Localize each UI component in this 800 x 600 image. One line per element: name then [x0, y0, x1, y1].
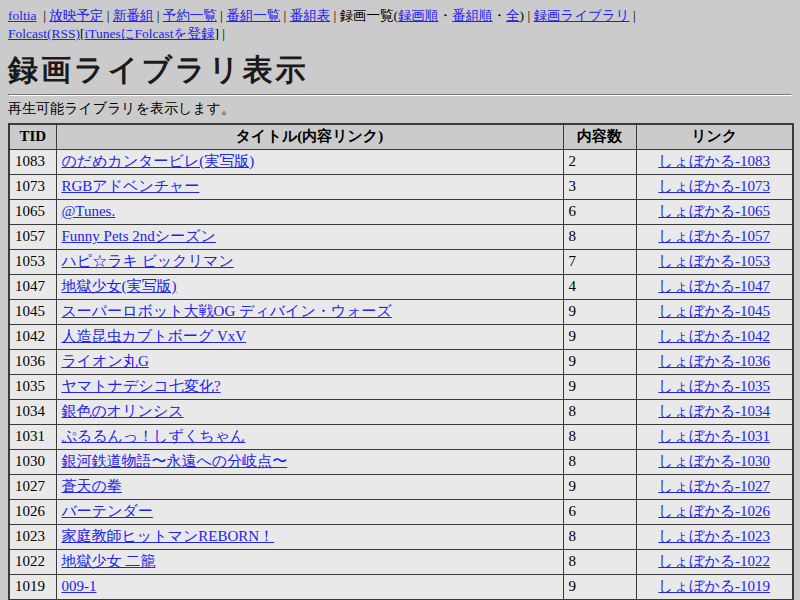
title-cell: ライオン丸G	[56, 349, 563, 374]
shobokaru-link[interactable]: しょぼかる-1035	[658, 378, 770, 394]
nav-link[interactable]: 録画ライブラリ	[534, 8, 630, 23]
nav-line-1: foltia | 放映予定 | 新番組 | 予約一覧 | 番組一覧 | 番組表 …	[8, 7, 792, 25]
table-row: 1027蒼天の拳9しょぼかる-1027	[9, 474, 793, 499]
nav-link[interactable]: Folcast(RSS)	[8, 26, 80, 41]
nav-separator: |	[37, 8, 50, 23]
table-row: 1022地獄少女 二籠8しょぼかる-1022	[9, 549, 793, 574]
nav-separator: |	[630, 8, 636, 23]
nav-separator: ) |	[520, 8, 534, 23]
count-cell: 9	[563, 374, 636, 399]
nav-link[interactable]: foltia	[8, 8, 37, 23]
title-link[interactable]: 家庭教師ヒットマンREBORN！	[62, 528, 275, 544]
title-cell: Funny Pets 2ndシーズン	[56, 224, 563, 249]
title-link[interactable]: @Tunes.	[62, 203, 116, 219]
title-link[interactable]: 地獄少女 二籠	[62, 553, 156, 569]
title-cell: 009-1	[56, 574, 563, 599]
tid-cell: 1045	[9, 299, 56, 324]
tid-cell: 1065	[9, 199, 56, 224]
shobokaru-link[interactable]: しょぼかる-1053	[658, 253, 770, 269]
count-cell: 8	[563, 399, 636, 424]
title-cell: @Tunes.	[56, 199, 563, 224]
nav-separator: ] |	[214, 26, 225, 41]
title-cell: 地獄少女 二籠	[56, 549, 563, 574]
title-link[interactable]: 蒼天の拳	[62, 478, 122, 494]
nav-link[interactable]: 録画順	[398, 8, 439, 23]
shobokaru-link[interactable]: しょぼかる-1019	[658, 578, 770, 594]
nav-separator: ・	[493, 8, 507, 23]
shobokaru-link[interactable]: しょぼかる-1042	[658, 328, 770, 344]
shobokaru-link[interactable]: しょぼかる-1047	[658, 278, 770, 294]
title-cell: 銀河鉄道物語〜永遠への分岐点〜	[56, 449, 563, 474]
nav-link[interactable]: 放映予定	[49, 8, 103, 23]
count-cell: 8	[563, 549, 636, 574]
shobokaru-link[interactable]: しょぼかる-1083	[658, 153, 770, 169]
shobokaru-link[interactable]: しょぼかる-1022	[658, 553, 770, 569]
title-link[interactable]: のだめカンタービレ(実写版)	[62, 153, 255, 169]
table-row: 1026バーテンダー6しょぼかる-1026	[9, 499, 793, 524]
link-cell: しょぼかる-1053	[636, 249, 793, 274]
title-link[interactable]: Funny Pets 2ndシーズン	[62, 228, 216, 244]
nav-link[interactable]: 全	[506, 8, 520, 23]
link-cell: しょぼかる-1031	[636, 424, 793, 449]
title-cell: ぷるるんっ！しずくちゃん	[56, 424, 563, 449]
title-link[interactable]: スーパーロボット大戦OG ディバイン・ウォーズ	[62, 303, 392, 319]
table-row: 1042人造昆虫カブトボーグ VxV9しょぼかる-1042	[9, 324, 793, 349]
title-link[interactable]: ライオン丸G	[62, 353, 149, 369]
link-cell: しょぼかる-1023	[636, 524, 793, 549]
library-table-body: 1083のだめカンタービレ(実写版)2しょぼかる-10831073RGBアドベン…	[9, 149, 793, 600]
title-link[interactable]: 銀河鉄道物語〜永遠への分岐点〜	[62, 453, 288, 469]
nav-link[interactable]: iTunesにFolcastを登録	[85, 26, 215, 41]
title-link[interactable]: 人造昆虫カブトボーグ VxV	[62, 328, 247, 344]
title-cell: バーテンダー	[56, 499, 563, 524]
title-link[interactable]: ぷるるんっ！しずくちゃん	[62, 428, 246, 444]
nav-link[interactable]: 番組一覧	[226, 8, 280, 23]
title-link[interactable]: 銀色のオリンシス	[62, 403, 184, 419]
table-row: 1023家庭教師ヒットマンREBORN！8しょぼかる-1023	[9, 524, 793, 549]
tid-cell: 1023	[9, 524, 56, 549]
shobokaru-link[interactable]: しょぼかる-1065	[658, 203, 770, 219]
title-cell: RGBアドベンチャー	[56, 174, 563, 199]
count-cell: 9	[563, 574, 636, 599]
shobokaru-link[interactable]: しょぼかる-1036	[658, 353, 770, 369]
nav-link[interactable]: 予約一覧	[163, 8, 217, 23]
title-link[interactable]: 009-1	[62, 578, 97, 594]
shobokaru-link[interactable]: しょぼかる-1026	[658, 503, 770, 519]
nav-link[interactable]: 新番組	[113, 8, 154, 23]
title-cell: 人造昆虫カブトボーグ VxV	[56, 324, 563, 349]
link-cell: しょぼかる-1027	[636, 474, 793, 499]
title-link[interactable]: ヤマトナデシコ七変化?	[62, 378, 221, 394]
top-navigation: foltia | 放映予定 | 新番組 | 予約一覧 | 番組一覧 | 番組表 …	[8, 7, 792, 43]
title-divider	[8, 94, 792, 96]
count-cell: 8	[563, 524, 636, 549]
title-link[interactable]: バーテンダー	[62, 503, 153, 519]
table-row: 1065@Tunes.6しょぼかる-1065	[9, 199, 793, 224]
shobokaru-link[interactable]: しょぼかる-1045	[658, 303, 770, 319]
title-link[interactable]: ハピ☆ラキ ビックリマン	[62, 253, 234, 269]
table-row: 1047地獄少女(実写版)4しょぼかる-1047	[9, 274, 793, 299]
count-cell: 9	[563, 474, 636, 499]
shobokaru-link[interactable]: しょぼかる-1027	[658, 478, 770, 494]
tid-cell: 1053	[9, 249, 56, 274]
link-cell: しょぼかる-1042	[636, 324, 793, 349]
tid-cell: 1047	[9, 274, 56, 299]
table-row: 1036ライオン丸G9しょぼかる-1036	[9, 349, 793, 374]
table-row: 1057Funny Pets 2ndシーズン8しょぼかる-1057	[9, 224, 793, 249]
shobokaru-link[interactable]: しょぼかる-1073	[658, 178, 770, 194]
table-header-row: TID タイトル(内容リンク) 内容数 リンク	[9, 124, 793, 149]
shobokaru-link[interactable]: しょぼかる-1031	[658, 428, 770, 444]
nav-line-2: Folcast(RSS)[iTunesにFolcastを登録] |	[8, 25, 792, 43]
title-cell: 地獄少女(実写版)	[56, 274, 563, 299]
shobokaru-link[interactable]: しょぼかる-1034	[658, 403, 770, 419]
nav-separator: |	[153, 8, 162, 23]
title-link[interactable]: RGBアドベンチャー	[62, 178, 200, 194]
shobokaru-link[interactable]: しょぼかる-1023	[658, 528, 770, 544]
link-cell: しょぼかる-1057	[636, 224, 793, 249]
library-table: TID タイトル(内容リンク) 内容数 リンク 1083のだめカンタービレ(実写…	[8, 123, 794, 600]
shobokaru-link[interactable]: しょぼかる-1030	[658, 453, 770, 469]
page: foltia | 放映予定 | 新番組 | 予約一覧 | 番組一覧 | 番組表 …	[0, 0, 800, 600]
title-link[interactable]: 地獄少女(実写版)	[62, 278, 177, 294]
column-header-title: タイトル(内容リンク)	[56, 124, 563, 149]
nav-link[interactable]: 番組順	[452, 8, 493, 23]
nav-link[interactable]: 番組表	[290, 8, 331, 23]
shobokaru-link[interactable]: しょぼかる-1057	[658, 228, 770, 244]
